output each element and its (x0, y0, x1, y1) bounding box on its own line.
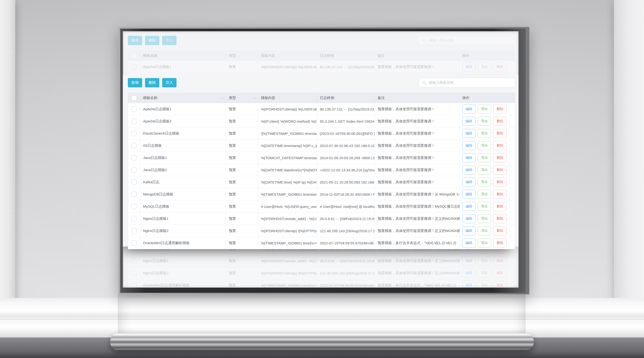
row-delete-button[interactable]: 删除 (493, 214, 506, 223)
screen: 新增 删除 导入 请输入模板名称 模板名称↓↑ 类型↓↑ 模板内容 日志样例 备… (123, 31, 518, 288)
import-button[interactable]: 导入 (162, 78, 176, 87)
export-button[interactable]: 导出 (478, 202, 491, 211)
cell-template-name: Java日志模板2 (140, 164, 226, 176)
search-placeholder: 请输入模板名称 (428, 38, 454, 43)
cell-type: 预置 (226, 164, 258, 176)
export-button[interactable]: 导出 (478, 226, 491, 235)
export-button[interactable]: 导出 (478, 165, 491, 174)
cell-template-content: \[%{TIMESTAMP_ISO8601:timestam... (258, 127, 317, 139)
header-actions: 操作 (460, 51, 515, 61)
export-button[interactable]: 导出 (478, 178, 491, 187)
table-row: Nginx日志模板2 预置 %{IPORHOST:clientip} \[%{H… (128, 225, 515, 237)
cell-type: 预置 (226, 279, 258, 288)
export-button[interactable]: 导出 (478, 238, 491, 247)
row-delete-button[interactable]: 删除 (493, 238, 506, 247)
edit-button[interactable]: 编辑 (462, 117, 476, 126)
toolbar: 新增 删除 导入 请输入模板名称 (128, 36, 515, 45)
row-delete-button[interactable]: 删除 (493, 165, 506, 174)
header-remark: 备注 (375, 93, 460, 103)
export-button[interactable]: 导出 (478, 117, 491, 126)
table-row: MongoDB日志模板 预置 %{TIMESTAMP_ISO8601:times… (128, 188, 515, 200)
cell-template-name: IIS日志模板 (140, 140, 226, 152)
cell-template-content: %{IPORHOST:clientip} \[%{HTTPDA... (258, 225, 317, 237)
row-delete-button[interactable]: 删除 (493, 129, 506, 138)
row-checkbox[interactable] (132, 216, 137, 221)
select-all-checkbox[interactable] (132, 96, 137, 101)
export-button[interactable]: 导出 (478, 105, 491, 114)
table-row: IIS日志模板 预置 %{DATETIME:timestamp} %{IP:c_… (128, 140, 515, 152)
cell-template-content: %{DATETIME:timestamp} %{IP:c_ip} ... (258, 140, 317, 152)
row-checkbox[interactable] (132, 179, 137, 185)
row-delete-button[interactable]: 删除 (493, 153, 506, 162)
cell-template-content: %{IPORHOST:clientip} \[%{HTTPDA... (258, 267, 317, 279)
row-checkbox[interactable] (132, 228, 137, 233)
row-delete-button[interactable]: 删除 (493, 190, 506, 199)
cell-template-name: OracleAlert日志通用解析模板 (140, 237, 226, 249)
edit-button: 编辑 (462, 62, 476, 71)
row-checkbox[interactable] (132, 131, 137, 136)
edit-button[interactable]: 编辑 (462, 165, 476, 174)
edit-button[interactable]: 编辑 (462, 226, 476, 235)
delete-button[interactable]: 删除 (145, 78, 159, 87)
cell-template-name: Apache日志模板1 (140, 103, 226, 115)
edit-button[interactable]: 编辑 (462, 105, 476, 114)
header-actions-label: 操作 (462, 96, 470, 100)
select-all-checkbox (132, 53, 137, 59)
cell-type: 预置 (226, 188, 258, 200)
row-checkbox[interactable] (132, 240, 137, 246)
sort-arrows-icon[interactable]: ↓↑ (220, 96, 223, 100)
table-row: Nginx日志模板1 预置 %{IPORHOST:remote_addr} - … (128, 255, 515, 267)
edit-button[interactable]: 编辑 (462, 202, 476, 211)
cell-remark: 预置模板，具体使用可能需要微调！定义的NGINX格式为... (375, 225, 460, 237)
row-checkbox-cell (128, 127, 140, 139)
table-row: Kafka日志 预置 %{DATETIME:time} %{IP:ip} %{D… (128, 176, 515, 188)
edit-button[interactable]: 编辑 (462, 238, 476, 247)
sort-arrows-icon[interactable]: ↓↑ (252, 96, 255, 100)
row-delete-button[interactable]: 删除 (493, 202, 506, 211)
row-delete-button[interactable]: 删除 (493, 117, 506, 126)
edit-button[interactable]: 编辑 (462, 214, 476, 223)
cell-actions: 编辑 导出 删除 (460, 225, 515, 237)
export-button[interactable]: 导出 (478, 190, 491, 199)
row-delete-button[interactable]: 删除 (493, 141, 506, 150)
row-checkbox[interactable] (132, 204, 137, 209)
row-checkbox[interactable] (132, 192, 137, 197)
search-input[interactable]: 请输入模板名称 (419, 78, 515, 87)
export-button[interactable]: 导出 (478, 214, 491, 223)
cell-actions: 编辑 导出 删除 (460, 152, 515, 164)
header-remark-label: 备注 (378, 96, 385, 100)
cell-log-sample: [2023-02-16T09:30:00,051][INFO ][o... (317, 127, 375, 139)
row-delete-button[interactable]: 删除 (493, 178, 506, 187)
cell-remark: 预置模板，具体使用可能需要微调！ (375, 140, 460, 152)
cell-remark: 预置模板，具体使用可能需要微调！定义的NGINX格式为... (375, 267, 460, 279)
cell-log-sample: 20.0.8.61 - - [09/Feb/2023:11:15:49 +... (317, 255, 375, 267)
sort-arrows-icon: ↓↑ (252, 54, 255, 58)
search-placeholder: 请输入模板名称 (428, 80, 454, 85)
cell-actions: 编辑 导出 删除 (460, 213, 515, 225)
export-button[interactable]: 导出 (478, 141, 491, 150)
header-type-label: 类型 (229, 54, 236, 58)
table-row: Nginx日志模板2 预置 %{IPORHOST:clientip} \[%{H… (128, 267, 515, 279)
edit-button[interactable]: 编辑 (462, 129, 476, 138)
header-content-label: 模板内容 (261, 54, 275, 58)
export-button[interactable]: 导出 (478, 153, 491, 162)
cell-actions: 编辑 导出 删除 (460, 127, 515, 139)
edit-button[interactable]: 编辑 (462, 178, 476, 187)
cell-actions: 编辑 导出 删除 (460, 61, 515, 73)
row-checkbox[interactable] (132, 106, 137, 112)
row-checkbox[interactable] (132, 155, 137, 160)
cell-remark: 预置模板，具体使用可能需要微调！ (375, 115, 460, 127)
edit-button[interactable]: 编辑 (462, 190, 476, 199)
row-delete-button[interactable]: 删除 (493, 226, 506, 235)
add-button[interactable]: 新增 (128, 78, 142, 87)
export-button: 导出 (478, 281, 491, 288)
edit-button[interactable]: 编辑 (462, 141, 476, 150)
row-delete-button[interactable]: 删除 (493, 105, 506, 114)
cell-remark: 预置模板，具体使用可能需要微调！MySQL慢日志模板 (375, 200, 460, 212)
header-actions-label: 操作 (462, 54, 470, 58)
row-checkbox[interactable] (132, 143, 137, 148)
edit-button[interactable]: 编辑 (462, 153, 476, 162)
row-checkbox[interactable] (132, 119, 137, 124)
row-checkbox[interactable] (132, 167, 137, 173)
export-button[interactable]: 导出 (478, 129, 491, 138)
